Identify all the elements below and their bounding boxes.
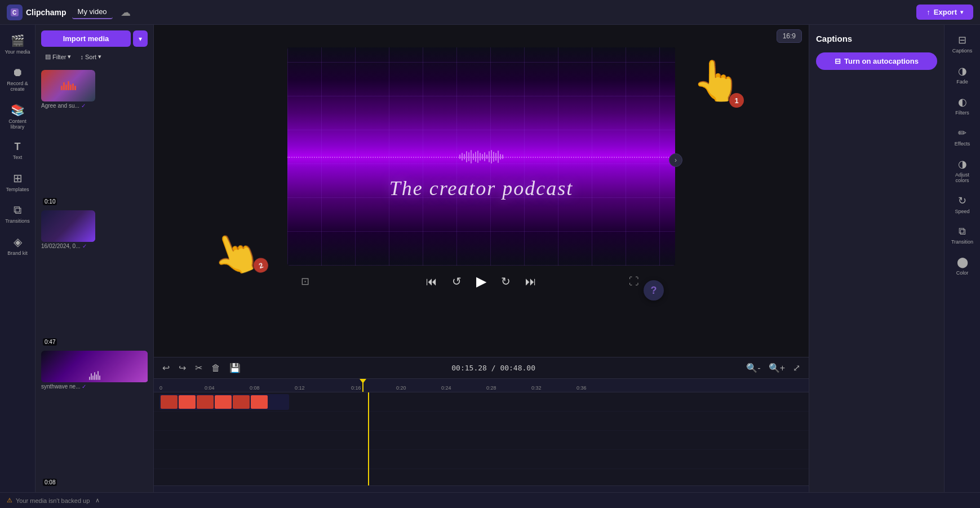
- cut-button[interactable]: ✂: [192, 361, 205, 375]
- media-thumb-0[interactable]: 0:10 Agree and su... ✓: [41, 70, 95, 207]
- video-title-overlay: The creator podcast: [389, 176, 574, 200]
- tool-label-transition: Transition: [951, 239, 973, 245]
- sidebar-item-content-library[interactable]: 📚 Content library: [2, 99, 33, 134]
- undo-button[interactable]: ↩: [159, 361, 172, 375]
- tool-sidebar: ⊟ Captions ◑ Fade ◐ Filters ✏ Effects ◑ …: [944, 25, 980, 492]
- timeline-scrollbar[interactable]: [154, 485, 809, 492]
- hand-left-overlay: 👆 2: [203, 219, 267, 285]
- svg-text:C: C: [12, 10, 16, 16]
- tool-transition[interactable]: ⧉ Transition: [947, 221, 978, 249]
- thumb-check-0: ✓: [81, 103, 86, 109]
- sort-button[interactable]: ↕ Sort ▾: [77, 51, 104, 62]
- warning-icon: ⚠: [7, 497, 12, 504]
- track-row-visualizer[interactable]: Audio visualizer: [154, 412, 809, 431]
- track-row-video[interactable]: [154, 450, 809, 469]
- sort-icon: ↕: [80, 54, 83, 60]
- play-button[interactable]: ▶: [474, 271, 489, 291]
- thumb-label-1: 16/02/2024, 0... ✓: [41, 243, 95, 249]
- export-button[interactable]: ↑ Export ▾: [916, 5, 973, 20]
- tool-adjust-colors[interactable]: ◑ Adjust colors: [947, 153, 978, 188]
- timecode-display: 00:15.28 / 00:48.00: [247, 364, 740, 372]
- skip-forward-button[interactable]: ⏭: [523, 273, 539, 290]
- sidebar-label-record: Record & create: [4, 81, 31, 92]
- tool-label-captions: Captions: [952, 48, 973, 54]
- color-icon: ⬤: [957, 256, 968, 268]
- zoom-in-button[interactable]: 🔍+: [766, 361, 788, 375]
- filter-button[interactable]: ▤ Filter ▾: [42, 51, 74, 62]
- sidebar-label-library: Content library: [4, 118, 31, 130]
- redo-button[interactable]: ↪: [176, 361, 189, 375]
- hand-right-overlay: 👆 1: [692, 53, 741, 105]
- collapse-right-button[interactable]: ›: [669, 153, 682, 167]
- zoom-out-button[interactable]: 🔍-: [743, 361, 763, 375]
- tool-filters[interactable]: ◐ Filters: [947, 91, 978, 120]
- media-panel: Import media ▾ ▤ Filter ▾ ↕ Sort ▾: [36, 25, 154, 492]
- thumb-label-0: Agree and su... ✓: [41, 103, 95, 109]
- fullscreen-button[interactable]: ⛶: [627, 273, 641, 290]
- delete-button[interactable]: 🗑: [209, 361, 223, 375]
- library-icon: 📚: [11, 103, 25, 117]
- sidebar-label-media: Your media: [5, 49, 30, 55]
- fit-timeline-button[interactable]: ⤢: [790, 361, 803, 375]
- sidebar-label-templates: Templates: [6, 187, 29, 192]
- filter-icon: ▤: [45, 53, 51, 60]
- autocaptions-button[interactable]: ⊟ Turn on autocaptions: [816, 52, 937, 70]
- fade-tool-icon: ◑: [958, 65, 967, 77]
- sidebar-item-your-media[interactable]: 🎬 Your media: [2, 29, 33, 59]
- statusbar: ⚠ Your media isn't backed up ∧: [0, 492, 980, 508]
- status-message: Your media isn't backed up: [16, 497, 90, 504]
- media-thumb-1[interactable]: 0:47 16/02/2024, 0... ✓: [41, 210, 95, 347]
- video-title[interactable]: My video: [72, 5, 113, 19]
- import-row: Import media ▾: [41, 30, 148, 47]
- save-icon[interactable]: ☁: [121, 6, 131, 19]
- sidebar-label-text: Text: [13, 154, 23, 160]
- sidebar-item-transitions[interactable]: ⧉ Transitions: [2, 199, 33, 228]
- sidebar-item-templates[interactable]: ⊞ Templates: [2, 167, 33, 197]
- sidebar-item-record-create[interactable]: ⏺ Record & create: [2, 61, 33, 96]
- tool-label-adjust: Adjust colors: [949, 172, 976, 183]
- video-background: The creator podcast: [287, 47, 675, 266]
- forward-button[interactable]: ↻: [499, 272, 513, 290]
- tool-label-filters: Filters: [955, 110, 969, 116]
- timeline: ↩ ↪ ✂ 🗑 💾 00:15.28 / 00:48.00 🔍- 🔍+ ⤢ 0 …: [154, 357, 809, 492]
- media-thumb-2[interactable]: 0:08 synthwave ne... ✓: [41, 351, 148, 488]
- templates-icon: ⊞: [13, 171, 23, 185]
- sidebar-label-brand: Brand kit: [7, 250, 28, 256]
- tool-color[interactable]: ⬤ Color: [947, 251, 978, 280]
- playhead[interactable]: [362, 379, 363, 392]
- media-grid: 0:10 Agree and su... ✓ 0:47 16/02/2024, …: [36, 65, 153, 492]
- captions-title: Captions: [816, 34, 937, 43]
- logo-icon: C: [7, 5, 23, 20]
- effects-tool-icon: ✏: [958, 127, 966, 139]
- tool-label-fade: Fade: [956, 79, 968, 85]
- import-dropdown-button[interactable]: ▾: [133, 30, 148, 47]
- video-preview: The creator podcast: [287, 47, 675, 266]
- skip-back-button[interactable]: ⏮: [424, 273, 440, 290]
- import-media-button[interactable]: Import media: [41, 30, 131, 47]
- duration-badge-2: 0:08: [43, 479, 57, 486]
- filter-chevron-icon: ▾: [68, 53, 71, 60]
- dismiss-icon[interactable]: ∧: [95, 497, 100, 504]
- app-logo[interactable]: C Clipchamp: [7, 5, 66, 20]
- timeline-ruler: 0 0:04 0:08 0:12 0:16 0:20 0:24 0:28 0:3…: [154, 379, 809, 392]
- preview-wrapper: The creator podcast ⊡ ⏮ ↺ ▶ ↻ ⏭ ⛶ ? ›: [287, 47, 675, 357]
- crop-button[interactable]: ⊡: [299, 273, 312, 290]
- captions-icon: ⊟: [835, 57, 841, 65]
- tool-speed[interactable]: ↻ Speed: [947, 190, 978, 219]
- playback-controls: ⊡ ⏮ ↺ ▶ ↻ ⏭ ⛶: [287, 266, 675, 295]
- tool-captions[interactable]: ⊟ Captions: [947, 29, 978, 58]
- filter-sort-row: ▤ Filter ▾ ↕ Sort ▾: [41, 51, 148, 62]
- tool-fade[interactable]: ◑ Fade: [947, 60, 978, 89]
- tool-label-color: Color: [956, 270, 969, 276]
- tool-effects[interactable]: ✏ Effects: [947, 122, 978, 151]
- sidebar-item-text[interactable]: T Text: [2, 136, 33, 165]
- save-button[interactable]: 💾: [227, 361, 243, 375]
- track-row-video2[interactable]: [154, 469, 809, 485]
- rewind-button[interactable]: ↺: [450, 272, 464, 290]
- sort-chevron-icon: ▾: [98, 53, 101, 60]
- sidebar-item-brand-kit[interactable]: ◈ Brand kit: [2, 231, 33, 260]
- aspect-ratio-badge[interactable]: 16:9: [777, 29, 802, 43]
- help-bubble[interactable]: ?: [644, 280, 664, 301]
- right-sidebar: Captions ⊟ Turn on autocaptions: [809, 25, 944, 492]
- track-row-text[interactable]: T The creator podcast: [154, 431, 809, 450]
